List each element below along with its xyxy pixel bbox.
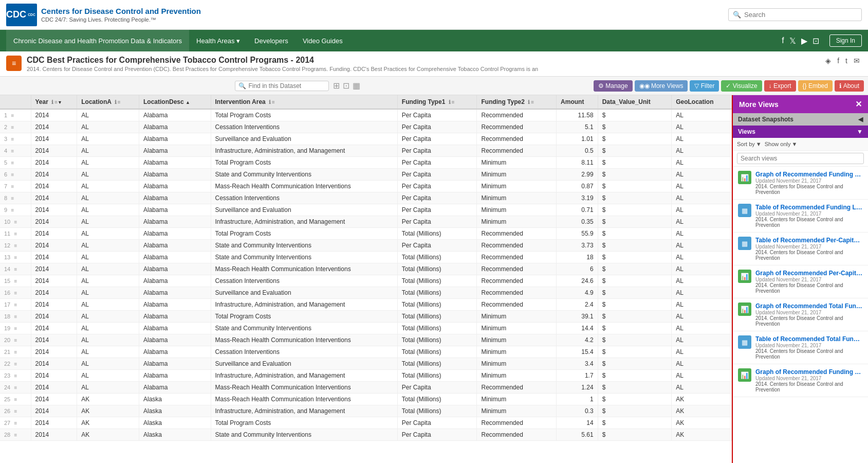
loca-sort-icon[interactable]: ≡ <box>118 99 121 105</box>
row-menu-icon[interactable]: ≡ <box>14 278 17 284</box>
row-menu-icon[interactable]: ≡ <box>11 207 14 213</box>
table-area[interactable]: Year ℹ≡▼ LocationA ℹ≡ LocationDesc ▲ Int… <box>0 95 732 463</box>
expand-icon[interactable]: ⊞ <box>333 81 340 91</box>
row-location-desc: Alabama <box>139 252 211 263</box>
row-menu-icon[interactable]: ≡ <box>14 420 17 426</box>
nav-item-chronic[interactable]: Chronic Disease and Health Promotion Dat… <box>6 30 189 51</box>
row-menu-icon[interactable]: ≡ <box>14 385 17 390</box>
row-menu-icon[interactable]: ≡ <box>14 337 17 343</box>
about-button[interactable]: ℹ About <box>835 80 864 92</box>
row-menu-icon[interactable]: ≡ <box>14 243 17 248</box>
mv-section-views[interactable]: Views ▼ <box>733 126 868 138</box>
row-menu-icon[interactable]: ≡ <box>14 219 17 225</box>
email-icon[interactable]: ✉ <box>852 56 862 66</box>
find-input[interactable] <box>248 82 325 90</box>
more-views-button[interactable]: ◉◉ More Views <box>635 80 688 92</box>
mv-list-item[interactable]: 📊 Graph of Recommended Total Funding Lev… <box>733 298 868 331</box>
signin-button[interactable]: Sign In <box>829 34 862 47</box>
row-menu-icon[interactable]: ≡ <box>11 148 14 154</box>
row-menu-icon[interactable]: ≡ <box>11 124 14 130</box>
twitter-share-icon[interactable]: t <box>843 56 849 66</box>
row-menu-icon[interactable]: ≡ <box>14 290 17 296</box>
f1-info-icon[interactable]: ℹ <box>449 99 451 105</box>
export-button[interactable]: ↓ Export <box>764 80 796 92</box>
search-input[interactable] <box>744 11 857 19</box>
row-menu-icon[interactable]: ≡ <box>14 266 17 272</box>
row-menu-icon[interactable]: ≡ <box>14 302 17 308</box>
row-location-desc: Alabama <box>139 358 211 370</box>
facebook-share-icon[interactable]: f <box>835 56 841 66</box>
mv-item-org: 2014. Centers for Disease Control and Pr… <box>755 250 863 261</box>
col-header-dataunit[interactable]: Data_Value_Unit <box>598 95 672 109</box>
f2-sort-icon[interactable]: ≡ <box>531 99 534 105</box>
col-header-locationa[interactable]: LocationA ℹ≡ <box>77 95 139 109</box>
row-menu-icon[interactable]: ≡ <box>14 349 17 355</box>
mv-item-type-icon: 📊 <box>738 270 751 283</box>
row-menu-icon[interactable]: ≡ <box>14 314 17 319</box>
row-menu-icon[interactable]: ≡ <box>14 361 17 367</box>
row-menu-icon[interactable]: ≡ <box>14 408 17 414</box>
row-year: 2014 <box>31 394 77 405</box>
grid-icon[interactable]: ⊡ <box>343 81 349 91</box>
row-menu-icon[interactable]: ≡ <box>14 397 17 402</box>
facebook-icon[interactable]: f <box>782 36 784 45</box>
twitter-icon[interactable]: 𝕏 <box>789 36 796 46</box>
mv-search[interactable] <box>733 151 868 167</box>
youtube-icon[interactable]: ▶ <box>801 36 807 46</box>
row-menu-icon[interactable]: ≡ <box>11 172 14 177</box>
row-menu-icon[interactable]: ≡ <box>14 326 17 331</box>
nav-item-developers[interactable]: Developers <box>247 30 296 51</box>
instagram-icon[interactable]: ⊡ <box>812 36 819 46</box>
row-amount: 55.9 <box>557 228 598 240</box>
row-menu-icon[interactable]: ≡ <box>14 373 17 379</box>
row-menu-icon[interactable]: ≡ <box>11 195 14 201</box>
mv-list-item[interactable]: 📊 Graph of Recommended Funding Levels by… <box>733 167 868 200</box>
int-info-icon[interactable]: ℹ <box>269 99 271 105</box>
col-header-funding2[interactable]: Funding Type2 ℹ≡ <box>477 95 557 109</box>
row-geo: AL <box>672 370 732 382</box>
calendar-icon[interactable]: ▦ <box>353 81 360 91</box>
mv-list-item[interactable]: 📊 Graph of Recommended Funding Levels by… <box>733 364 868 397</box>
int-sort-icon[interactable]: ≡ <box>272 99 275 105</box>
header-search[interactable]: 🔍 <box>728 8 862 21</box>
mv-list-item[interactable]: ▦ Table of Recommended Total Funding Lev… <box>733 331 868 364</box>
mv-search-input[interactable] <box>737 153 864 164</box>
nav-item-video-guides[interactable]: Video Guides <box>296 30 350 51</box>
loca-info-icon[interactable]: ℹ <box>115 99 117 105</box>
col-header-locationdesc[interactable]: LocationDesc ▲ <box>139 95 211 109</box>
toolbar-find[interactable]: 🔍 <box>235 81 329 91</box>
mv-item-info: Table of Recommended Total Funding Leve.… <box>755 335 863 360</box>
row-data-unit: $ <box>598 370 672 382</box>
row-menu-icon[interactable]: ≡ <box>11 136 14 142</box>
row-menu-icon[interactable]: ≡ <box>14 231 17 237</box>
year-info-icon[interactable]: ℹ <box>51 99 53 105</box>
col-header-geo[interactable]: GeoLocation <box>672 95 732 109</box>
col-header-funding1[interactable]: Funding Type1 ℹ≡ <box>397 95 477 109</box>
filter-button[interactable]: ▽ Filter <box>690 80 719 92</box>
f2-info-icon[interactable]: ℹ <box>528 99 530 105</box>
row-intervention: Mass-Reach Health Communication Interven… <box>211 382 397 394</box>
row-menu-icon[interactable]: ≡ <box>11 184 14 189</box>
visualize-button[interactable]: ✓ Visualize <box>721 80 762 92</box>
row-location-a: AL <box>77 133 139 145</box>
row-menu-icon[interactable]: ≡ <box>14 255 17 260</box>
embed-button[interactable]: {} Embed <box>798 80 833 92</box>
col-header-amount[interactable]: Amount <box>557 95 598 109</box>
row-menu-icon[interactable]: ≡ <box>11 160 14 166</box>
mv-show-button[interactable]: Show only ▼ <box>765 141 798 147</box>
manage-button[interactable]: ⚙ Manage <box>594 80 633 92</box>
mv-list-item[interactable]: ▦ Table of Recommended Funding Levels by… <box>733 200 868 233</box>
col-header-intervention[interactable]: Intervention Area ℹ≡ <box>211 95 397 109</box>
mv-close-button[interactable]: ✕ <box>855 99 862 109</box>
row-data-unit: $ <box>598 429 672 441</box>
row-menu-icon[interactable]: ≡ <box>14 432 17 438</box>
mv-list-item[interactable]: ▦ Table of Recommended Per-Capita Fundin… <box>733 233 868 265</box>
f1-sort-icon[interactable]: ≡ <box>452 99 455 105</box>
nav-item-health-areas[interactable]: Health Areas ▾ <box>189 30 247 51</box>
row-menu-icon[interactable]: ≡ <box>11 113 14 118</box>
mv-list-item[interactable]: 📊 Graph of Recommended Per-Capita Fundin… <box>733 265 868 298</box>
mv-sort-button[interactable]: Sort by ▼ <box>737 141 762 147</box>
mv-section-snapshots[interactable]: Dataset Snapshots ◀ <box>733 113 868 126</box>
col-header-year[interactable]: Year ℹ≡▼ <box>31 95 77 109</box>
rss-icon[interactable]: ◈ <box>823 56 833 66</box>
